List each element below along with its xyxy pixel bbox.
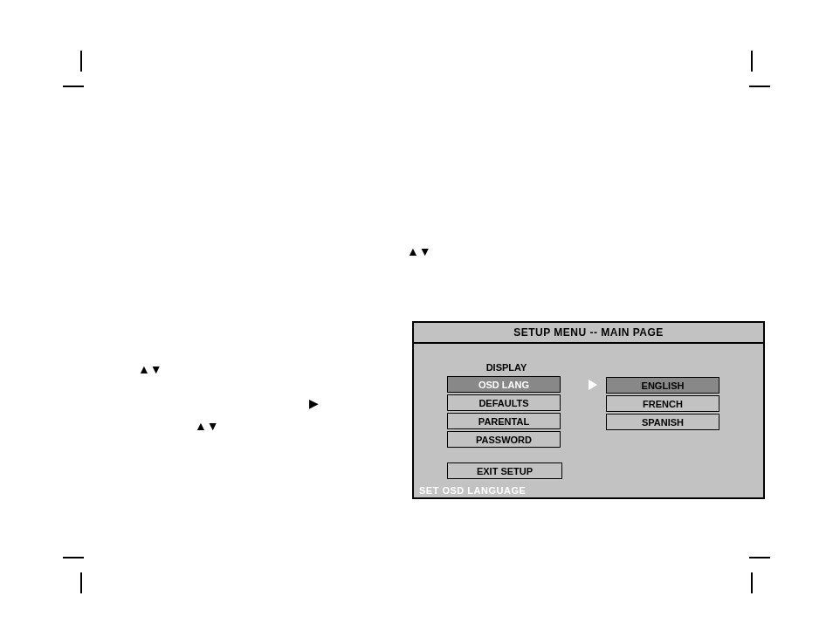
exit-setup-button[interactable]: EXIT SETUP [447, 462, 562, 479]
setup-menu-panel: SETUP MENU -- MAIN PAGE DISPLAY OSD LANG… [412, 321, 765, 499]
menu-item-defaults[interactable]: DEFAULTS [447, 394, 561, 411]
exit-setup-label: EXIT SETUP [477, 466, 533, 476]
submenu-item-english[interactable]: ENGLISH [606, 377, 719, 394]
menu-label-password: PASSWORD [476, 435, 532, 445]
menu-label-display: DISPLAY [486, 362, 527, 373]
menu-label-parental: PARENTAL [478, 416, 529, 427]
menu-label-defaults: DEFAULTS [478, 398, 528, 408]
setup-menu-title: SETUP MENU -- MAIN PAGE [513, 326, 664, 339]
submenu-item-spanish[interactable]: SPANISH [606, 414, 719, 430]
up-down-icon: ▲▼ [138, 362, 162, 376]
crop-mark-bottom-left [45, 558, 80, 593]
setup-menu-body: DISPLAY OSD LANG DEFAULTS PARENTAL PASSW… [414, 344, 763, 483]
submenu-label-english: ENGLISH [642, 380, 685, 391]
setup-menu-title-bar: SETUP MENU -- MAIN PAGE [414, 323, 763, 344]
crop-mark-bottom-right [753, 558, 788, 593]
up-down-icon: ▲▼ [407, 244, 431, 258]
right-icon: ▶ [309, 396, 319, 410]
submenu-label-french: FRENCH [643, 399, 683, 409]
menu-item-display[interactable]: DISPLAY [447, 360, 561, 374]
menu-label-osd-lang: OSD LANG [478, 380, 529, 390]
up-down-icon: ▲▼ [195, 419, 219, 433]
submenu-list: ENGLISH FRENCH SPANISH [606, 377, 719, 432]
status-text: SET OSD LANGUAGE [419, 485, 526, 496]
submenu-item-french[interactable]: FRENCH [606, 395, 719, 412]
menu-item-osd-lang[interactable]: OSD LANG [447, 376, 561, 393]
submenu-pointer-icon [589, 380, 597, 390]
crop-mark-top-left [45, 51, 80, 86]
status-bar: SET OSD LANGUAGE [414, 482, 763, 497]
menu-item-password[interactable]: PASSWORD [447, 431, 561, 448]
crop-mark-top-right [753, 51, 788, 86]
menu-item-parental[interactable]: PARENTAL [447, 413, 561, 429]
submenu-label-spanish: SPANISH [642, 417, 684, 428]
setup-menu-list: DISPLAY OSD LANG DEFAULTS PARENTAL PASSW… [447, 360, 561, 449]
